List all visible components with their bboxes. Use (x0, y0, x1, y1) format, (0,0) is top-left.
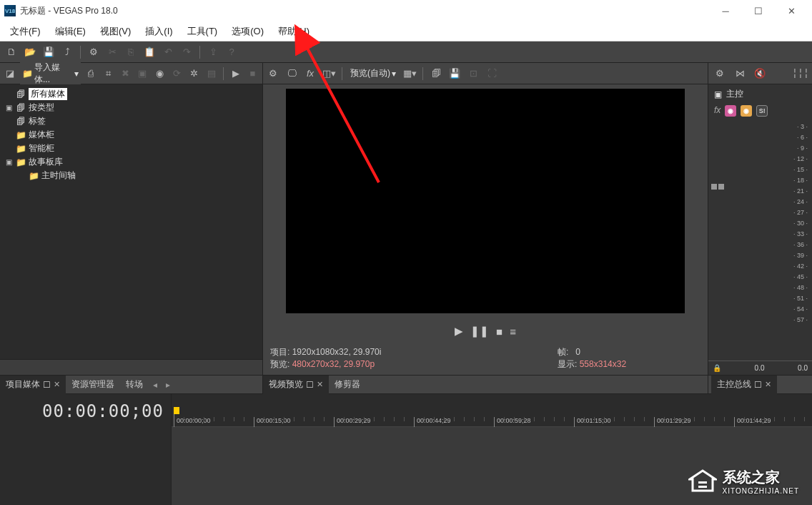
close-button[interactable]: ✕ (775, 0, 808, 21)
preview-properties-icon[interactable]: ⚙ (266, 67, 280, 81)
menu-view[interactable]: 视图(V) (93, 23, 138, 40)
tree-media-bins[interactable]: 📁媒体柜 (0, 128, 262, 142)
capture-icon[interactable]: ⎙ (84, 67, 98, 81)
import-media-button[interactable]: 📁 导入媒体... ▾ (20, 60, 81, 87)
tab-trimmer[interactable]: 修剪器 (329, 376, 366, 394)
pause-button[interactable]: ❚❚ (470, 325, 489, 338)
views-icon[interactable]: ▤ (204, 67, 218, 81)
fx-icon[interactable]: fx (714, 105, 721, 117)
right-dock-tabs: 主控总线☐✕ (708, 375, 812, 393)
media-fx-icon[interactable]: ◉ (153, 67, 167, 81)
menu-help[interactable]: 帮助(H) (271, 23, 317, 40)
fx-chip-1[interactable]: ◉ (725, 105, 736, 117)
tab-video-preview[interactable]: 视频预览☐✕ (263, 376, 329, 394)
fx-chip-2[interactable]: ◉ (741, 105, 752, 117)
stop-icon[interactable]: ■ (246, 67, 259, 81)
undo-icon[interactable]: ↶ (161, 45, 175, 59)
loop-region-icon[interactable] (174, 407, 179, 414)
copy-icon[interactable]: ⎘ (124, 45, 138, 59)
remove-icon[interactable]: ✖ (119, 67, 132, 81)
svg-rect-2 (698, 486, 707, 488)
meter-scale: · 3 ·· 6 ·· 9 ·· 12 ·· 15 ·· 18 ·· 21 ··… (728, 122, 809, 358)
menu-edit[interactable]: 编辑(E) (48, 23, 93, 40)
menu-tools[interactable]: 工具(T) (180, 23, 225, 40)
close-icon[interactable]: ✕ (765, 380, 771, 389)
maximize-button[interactable]: ☐ (742, 0, 775, 21)
tab-transitions[interactable]: 转场 (120, 376, 149, 394)
save-icon[interactable]: 💾 (41, 45, 56, 59)
timeline-ruler[interactable]: 00:00:00;0000:00:15;0000:00:29;2900:00:4… (172, 394, 812, 427)
center-dock-tabs: 视频预览☐✕ 修剪器 (263, 375, 708, 393)
save-snapshot-icon[interactable]: 💾 (447, 67, 462, 81)
chevron-down-icon: ▾ (392, 69, 396, 79)
project-media-toolbar: ◪ 📁 导入媒体... ▾ ⎙ ⌗ ✖ ▣ ◉ ⟳ ✲ ▤ ▶ ■ (0, 63, 262, 84)
cut-icon[interactable]: ✂ (105, 45, 119, 59)
master-title: 主控 (726, 88, 743, 100)
media-settings-icon[interactable]: ✲ (187, 67, 201, 81)
tree-smart-bins[interactable]: 📁智能柜 (0, 142, 262, 155)
play-icon[interactable]: ▶ (229, 67, 242, 81)
preview-toolbar: ⚙ 🖵 fx ◫▾ 预览(自动)▾ ▦▾ 🗐 💾 ⊡ ⛶ (263, 63, 708, 84)
video-fx-icon[interactable]: fx (303, 67, 317, 81)
menu-file[interactable]: 文件(F) (3, 23, 48, 40)
upload-icon[interactable]: ⇪ (206, 45, 220, 59)
tree-all-media[interactable]: 🗐所有媒体 (0, 87, 262, 101)
menu-options[interactable]: 选项(O) (224, 23, 271, 40)
paste-icon[interactable]: 📋 (142, 45, 157, 59)
menu-button[interactable]: ≡ (510, 325, 516, 338)
folder-icon: 📁 (22, 69, 33, 79)
project-media-panel: ◪ 📁 导入媒体... ▾ ⎙ ⌗ ✖ ▣ ◉ ⟳ ✲ ▤ ▶ ■ 🗐所有媒体 … (0, 63, 263, 393)
copy-snapshot-icon[interactable]: 🗐 (429, 67, 443, 81)
tab-explorer[interactable]: 资源管理器 (66, 376, 120, 394)
adjust-size-icon[interactable]: ⊡ (466, 67, 480, 81)
scale-video-icon[interactable]: ⛶ (485, 67, 499, 81)
app-logo-icon: V18 (4, 5, 16, 16)
play-button[interactable]: ▶ (455, 325, 463, 338)
get-media-icon[interactable]: ⌗ (102, 67, 115, 81)
tree-main-timeline[interactable]: 📁主时间轴 (0, 169, 262, 182)
tree-by-type[interactable]: ▣🗐按类型 (0, 101, 262, 114)
tree-storyboard-bins[interactable]: ▣📁故事板库 (0, 155, 262, 169)
new-icon[interactable]: 🗋 (4, 45, 19, 59)
media-tree: 🗐所有媒体 ▣🗐按类型 🗐标签 📁媒体柜 📁智能柜 ▣📁故事板库 📁主时间轴 (0, 84, 262, 359)
watermark-logo-icon (688, 469, 717, 494)
master-meter: · 3 ·· 6 ·· 9 ·· 12 ·· 15 ·· 18 ·· 21 ··… (708, 118, 812, 361)
tree-tags[interactable]: 🗐标签 (0, 114, 262, 128)
tab-master-bus[interactable]: 主控总线☐✕ (711, 376, 777, 394)
open-icon[interactable]: 📂 (23, 45, 37, 59)
track-header-area: 00:00:00;00 (0, 394, 172, 505)
preview-format-value: 480x270x32, 29.970p (292, 359, 375, 369)
split-screen-icon[interactable]: ◫▾ (322, 67, 336, 81)
display-value: 558x314x32 (580, 359, 626, 369)
faders-icon[interactable]: ╎╎╎ (793, 67, 808, 81)
left-dock-tabs: 项目媒体☐✕ 资源管理器 转场 ◂ ▸ (0, 375, 262, 393)
redo-icon[interactable]: ↷ (179, 45, 194, 59)
tabs-overflow-right-icon[interactable]: ▸ (162, 380, 174, 390)
render-icon[interactable]: ⤴ (60, 45, 74, 59)
timecode-display[interactable]: 00:00:00;00 (7, 401, 164, 421)
minimize-button[interactable]: ─ (709, 0, 742, 21)
properties-icon[interactable]: ⚙ (86, 45, 101, 59)
downmix-icon[interactable]: ⋈ (733, 67, 747, 81)
tabs-overflow-left-icon[interactable]: ◂ (149, 380, 162, 390)
chevron-down-icon: ▾ (74, 69, 79, 79)
what-icon[interactable]: ? (224, 45, 239, 59)
fx-chip-s[interactable]: S! (756, 105, 768, 117)
stop-button[interactable]: ■ (496, 325, 502, 338)
lock-icon[interactable]: 🔒 (713, 364, 721, 372)
dim-output-icon[interactable]: 🔇 (753, 67, 767, 81)
preview-status: 项目: 1920x1080x32, 29.970i 预览: 480x270x32… (263, 343, 708, 375)
menu-insert[interactable]: 插入(I) (138, 23, 179, 40)
overlays-icon[interactable]: ▦▾ (402, 67, 417, 81)
media-properties-icon[interactable]: ▣ (136, 67, 149, 81)
close-icon[interactable]: ✕ (54, 380, 60, 389)
tab-project-media[interactable]: 项目媒体☐✕ (0, 376, 66, 394)
preview-format-label: 预览: (270, 359, 289, 369)
external-monitor-icon[interactable]: 🖵 (284, 67, 299, 81)
filter-icon[interactable]: ◪ (3, 67, 16, 81)
preview-quality-dropdown[interactable]: 预览(自动)▾ (348, 67, 398, 79)
meter-right-value: 0.0 (798, 364, 808, 372)
close-icon[interactable]: ✕ (317, 380, 323, 389)
mixer-settings-icon[interactable]: ⚙ (713, 67, 727, 81)
refresh-icon[interactable]: ⟳ (170, 67, 184, 81)
